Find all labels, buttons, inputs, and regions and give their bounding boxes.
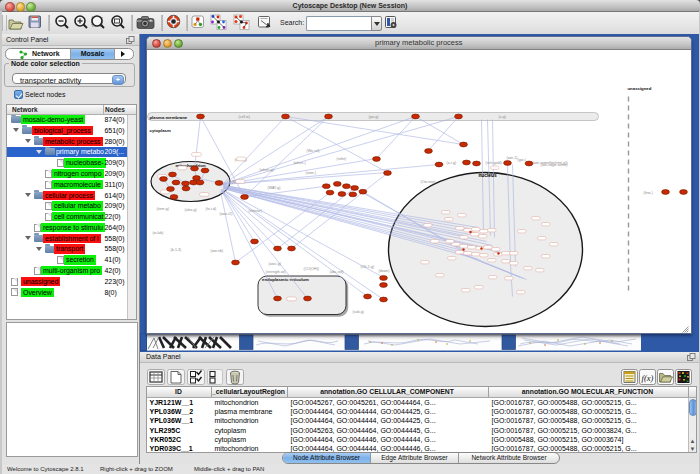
svg-text:(to-t-d): (to-t-d)	[205, 206, 216, 210]
svg-text:(b-1-3): (b-1-3)	[170, 247, 181, 251]
svg-text:nucleus: nucleus	[478, 172, 496, 177]
svg-text:(gw-): (gw-)	[517, 158, 525, 162]
svg-text:(s-t-g): (s-t-g)	[446, 160, 456, 164]
svg-text:cytoplasm: cytoplasm	[149, 128, 170, 133]
svg-text:(som-): (som-)	[305, 170, 315, 174]
svg-text:(win-1): (win-1)	[506, 155, 517, 159]
svg-text:(CO(OH)): (CO(OH))	[303, 266, 319, 270]
svg-text:f(x): f(x)	[642, 373, 654, 383]
svg-text:(when-): (when-)	[293, 160, 305, 164]
svg-text:(interior): (interior)	[248, 208, 261, 212]
svg-text:(was-t2): (was-t2)	[219, 211, 232, 215]
svg-text:(atec-g): (atec-g)	[268, 261, 280, 265]
svg-text:(down): (down)	[378, 268, 389, 272]
svg-text:(ww-rib): (ww-rib)	[210, 248, 223, 252]
svg-text:(refer): (refer)	[336, 156, 346, 160]
svg-text:(few-): (few-)	[643, 190, 652, 194]
svg-text:(abc-sol): (abc-sol)	[329, 269, 343, 273]
svg-text:(We-rel): (We-rel)	[306, 148, 319, 152]
svg-text:(item-g): (item-g)	[156, 206, 168, 210]
svg-text:(rich-gold): (rich-gold)	[485, 160, 501, 164]
svg-text:unassigned: unassigned	[627, 85, 651, 90]
svg-text:plasma membrane: plasma membrane	[149, 114, 187, 119]
svg-text:(sub-g): (sub-g)	[352, 309, 363, 313]
svg-text:endoplasmic reticulum: endoplasmic reticulum	[262, 277, 309, 282]
svg-text:(Oh-1-g): (Oh-1-g)	[360, 264, 374, 268]
svg-text:(when-g): (when-g)	[259, 167, 273, 171]
svg-text:(w-lab): (w-lab)	[152, 230, 163, 234]
svg-text:(also-g): (also-g)	[184, 207, 196, 211]
svg-text:(WAY-g): (WAY-g)	[267, 185, 280, 189]
svg-text:(s-g): (s-g)	[498, 114, 505, 118]
svg-text:(Ow-neg): (Ow-neg)	[420, 179, 435, 183]
svg-text:(win-edge-some): (win-edge-some)	[540, 162, 567, 166]
svg-text:(yw-g): (yw-g)	[368, 114, 378, 118]
svg-text:(cell w): (cell w)	[238, 114, 249, 118]
svg-text:(strength-wi): (strength-wi)	[265, 269, 285, 273]
